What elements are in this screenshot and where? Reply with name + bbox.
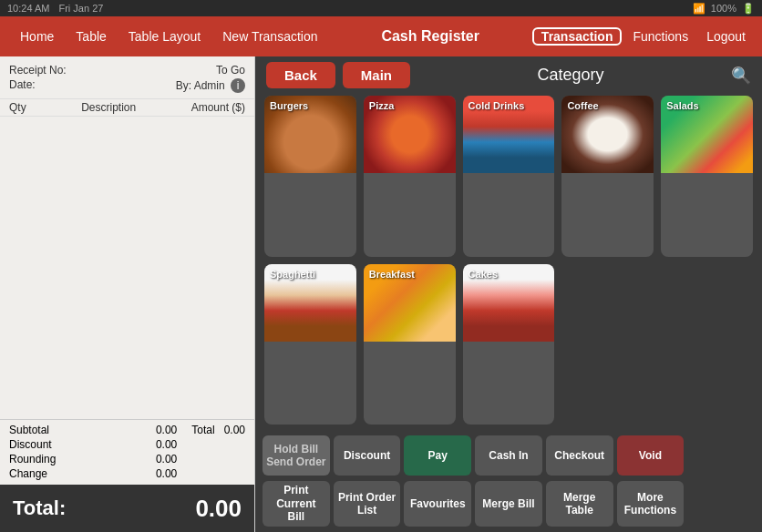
nav-logout[interactable]: Logout — [699, 29, 753, 44]
battery-level: 100% — [711, 3, 736, 14]
grand-total-value: 0.00 — [195, 495, 242, 523]
desc-col: Description — [81, 101, 136, 114]
bottom-row-1: Hold Bill Send Order Discount Pay Cash I… — [255, 432, 762, 481]
category-item-salads[interactable]: Salads — [661, 96, 753, 257]
category-item-cakes[interactable]: Cakes — [463, 264, 555, 425]
nav-table-layout[interactable]: Table Layout — [118, 29, 211, 44]
status-date: Fri Jan 27 — [58, 3, 103, 14]
category-grid: Burgers Pizza Cold Drinks Coffee Salads — [255, 92, 762, 432]
status-bar: 10:24 AM Fri Jan 27 📶 100% 🔋 — [0, 0, 762, 16]
search-icon: 🔍 — [731, 66, 751, 85]
salads-label: Salads — [666, 100, 698, 111]
merge-bill-button[interactable]: Merge Bill — [475, 481, 542, 527]
spaghetti-label: Spaghetti — [270, 269, 315, 280]
empty-slot-r2 — [687, 481, 755, 527]
burgers-label: Burgers — [270, 100, 308, 111]
discount-value: 0.00 — [156, 438, 177, 451]
search-icon-button[interactable]: 🔍 — [731, 66, 751, 86]
nav-new-transaction[interactable]: New Transaction — [211, 29, 328, 44]
pizza-label: Pizza — [369, 100, 395, 111]
discount-label: Discount — [9, 438, 52, 451]
category-item-empty2 — [661, 264, 753, 425]
total-label: Total — [191, 424, 214, 436]
cakes-label: Cakes — [469, 269, 498, 280]
receipt-no-label: Receipt No: — [9, 64, 67, 77]
rounding-label: Rounding — [9, 453, 56, 466]
by-admin: By: Admin i — [176, 78, 245, 93]
to-go-label: To Go — [216, 64, 245, 77]
change-value: 0.00 — [156, 467, 177, 480]
subtotal-label: Subtotal — [9, 424, 49, 436]
print-order-list-button[interactable]: Print Order List — [334, 481, 401, 527]
change-label: Change — [9, 467, 47, 480]
checkout-button[interactable]: Checkout — [546, 435, 613, 476]
breakfast-label: Breakfast — [369, 269, 415, 280]
back-button[interactable]: Back — [266, 62, 335, 88]
bottom-row-2: Print Current Bill Print Order List Favo… — [255, 481, 762, 532]
favourites-button[interactable]: Favourites — [404, 481, 471, 527]
nav-functions[interactable]: Functions — [625, 29, 695, 44]
receipt-header: Receipt No: To Go Date: By: Admin i — [0, 56, 254, 99]
battery-icon: 🔋 — [742, 3, 755, 15]
category-item-pizza[interactable]: Pizza — [364, 96, 456, 257]
cash-in-button[interactable]: Cash In — [475, 435, 542, 476]
wifi-icon: 📶 — [693, 3, 705, 15]
admin-info-icon: i — [231, 78, 245, 93]
grand-total-label: Total: — [13, 496, 66, 520]
top-right-nav: Transaction Functions Logout — [532, 27, 753, 46]
qty-col: Qty — [9, 101, 26, 114]
category-title: Category — [537, 66, 603, 85]
top-nav-bar: Home Table Table Layout New Transaction … — [0, 16, 762, 56]
main-button[interactable]: Main — [343, 62, 410, 88]
cold-drinks-label: Cold Drinks — [469, 100, 525, 111]
category-item-spaghetti[interactable]: Spaghetti — [264, 264, 356, 425]
receipt-column-headers: Qty Description Amount ($) — [0, 99, 254, 117]
subtotal-value: 0.00 — [156, 424, 177, 436]
total-value: 0.00 — [224, 424, 245, 436]
grand-total-bar: Total: 0.00 — [0, 485, 254, 532]
receipt-totals: Subtotal 0.00 Discount 0.00 Rounding 0.0… — [0, 419, 254, 485]
nav-table[interactable]: Table — [65, 29, 117, 44]
right-panel: Back Main Category 🔍 Burgers Pizza Cold … — [255, 56, 762, 532]
app-title: Cash Register — [381, 28, 479, 45]
category-item-coffee[interactable]: Coffee — [561, 96, 654, 257]
category-item-breakfast[interactable]: Breakfast — [364, 264, 456, 425]
pay-button[interactable]: Pay — [404, 435, 471, 476]
rounding-value: 0.00 — [156, 453, 177, 466]
category-item-burgers[interactable]: Burgers — [264, 96, 356, 257]
void-button[interactable]: Void — [617, 435, 685, 476]
more-functions-button[interactable]: More Functions — [617, 481, 685, 527]
left-panel: Receipt No: To Go Date: By: Admin i Qty … — [0, 56, 255, 532]
discount-button[interactable]: Discount — [334, 435, 401, 476]
category-item-cold-drinks[interactable]: Cold Drinks — [463, 96, 555, 257]
status-time: 10:24 AM — [7, 3, 49, 14]
date-label: Date: — [9, 78, 36, 93]
print-current-bill-button[interactable]: Print Current Bill — [263, 481, 330, 527]
receipt-body — [0, 117, 254, 419]
nav-home[interactable]: Home — [9, 29, 65, 44]
nav-items: Home Table Table Layout New Transaction — [9, 29, 329, 44]
category-header: Back Main Category 🔍 — [255, 56, 762, 92]
nav-transaction[interactable]: Transaction — [532, 27, 623, 46]
hold-bill-send-order-button[interactable]: Hold Bill Send Order — [263, 435, 330, 476]
merge-table-button[interactable]: Merge Table — [546, 481, 613, 527]
amount-col: Amount ($) — [191, 101, 245, 114]
coffee-label: Coffee — [567, 100, 598, 111]
empty-slot-r1 — [687, 435, 755, 476]
back-main-buttons: Back Main — [266, 62, 410, 88]
main-layout: Receipt No: To Go Date: By: Admin i Qty … — [0, 56, 762, 532]
category-item-empty1 — [561, 264, 654, 425]
